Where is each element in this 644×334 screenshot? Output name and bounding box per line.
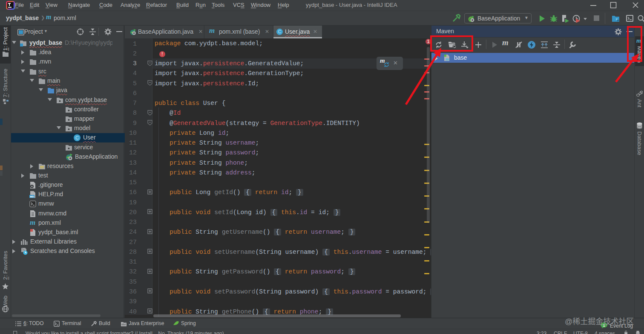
svg-text:C: C	[278, 29, 282, 34]
svg-text:m: m	[446, 57, 449, 61]
svg-text:C: C	[75, 135, 79, 140]
svg-text:MD: MD	[30, 195, 34, 198]
